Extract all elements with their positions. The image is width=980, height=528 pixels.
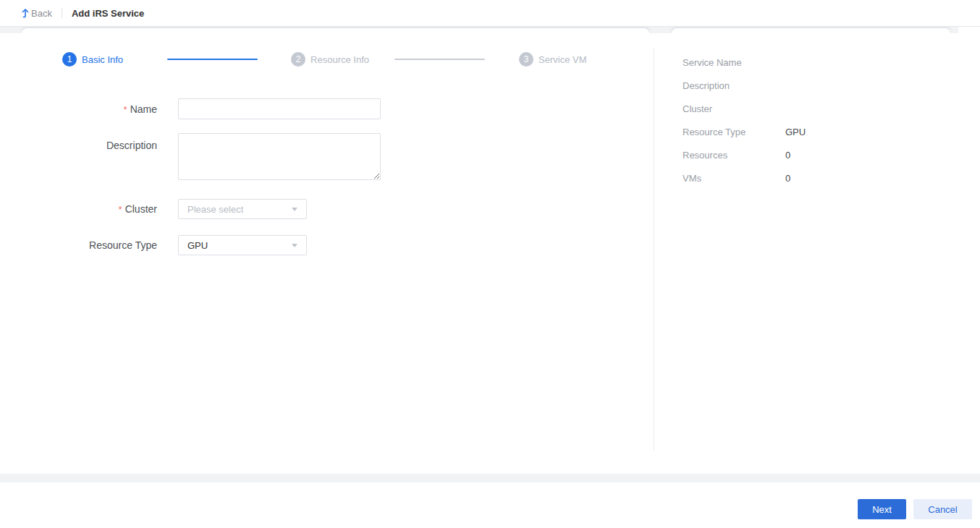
- step-2-label: Resource Info: [311, 54, 369, 65]
- content-divider: [654, 48, 654, 451]
- summary-row-service-name: Service Name: [683, 51, 806, 74]
- summary-label: Resources: [683, 150, 785, 161]
- summary-row-description: Description: [683, 74, 806, 97]
- top-band: [0, 27, 958, 33]
- chevron-down-icon: [292, 244, 297, 247]
- bottom-band: [0, 474, 980, 482]
- description-label: Description: [0, 133, 157, 151]
- top-bar: Back Add iRS Service: [0, 0, 980, 27]
- required-mark: *: [124, 104, 127, 115]
- cluster-label-text: Cluster: [125, 203, 157, 215]
- back-label: Back: [31, 8, 52, 19]
- main-content: 1 Basic Info 2 Resource Info 3 Service V…: [0, 33, 980, 474]
- footer-bar: Next Cancel: [0, 482, 980, 528]
- summary-row-resource-type: Resource Type GPU: [683, 120, 806, 143]
- back-button[interactable]: Back: [21, 8, 52, 19]
- cancel-button[interactable]: Cancel: [913, 499, 972, 519]
- wizard-steps: 1 Basic Info 2 Resource Info 3 Service V…: [62, 52, 587, 67]
- summary-value: 0: [785, 150, 790, 161]
- summary-value: GPU: [785, 127, 806, 137]
- summary-row-cluster: Cluster: [683, 97, 806, 120]
- summary-panel: Service Name Description Cluster Resourc…: [683, 51, 806, 190]
- summary-label: Service Name: [683, 57, 785, 68]
- cluster-select-placeholder: Please select: [187, 204, 243, 215]
- form-row-cluster: *Cluster Please select: [0, 199, 405, 219]
- step-resource-info: 2 Resource Info: [291, 52, 369, 67]
- description-textarea[interactable]: [178, 133, 381, 180]
- step-1-circle: 1: [62, 52, 77, 67]
- back-up-arrow-icon: [21, 8, 30, 18]
- name-input[interactable]: [178, 98, 381, 119]
- summary-value: 0: [785, 173, 790, 184]
- topbar-divider: [62, 8, 62, 18]
- step-3-label: Service VM: [538, 54, 586, 65]
- chevron-down-icon: [292, 208, 297, 211]
- footer-buttons: Next Cancel: [858, 499, 972, 519]
- step-connector-1: [167, 59, 258, 60]
- cluster-select[interactable]: Please select: [178, 199, 307, 219]
- summary-row-vms: VMs 0: [683, 166, 806, 190]
- summary-row-resources: Resources 0: [683, 143, 806, 166]
- step-service-vm: 3 Service VM: [519, 52, 586, 67]
- form-row-name: *Name: [0, 98, 405, 119]
- required-mark: *: [119, 204, 122, 215]
- step-3-circle: 3: [519, 52, 533, 67]
- summary-label: Cluster: [683, 103, 785, 114]
- name-label-text: Name: [130, 103, 157, 115]
- basic-info-form: *Name Description *Cluster Please select…: [0, 98, 405, 255]
- resource-type-select-value: GPU: [187, 240, 208, 251]
- page-title: Add iRS Service: [72, 8, 144, 19]
- cluster-label: *Cluster: [0, 203, 157, 215]
- step-2-circle: 2: [291, 52, 305, 67]
- name-label: *Name: [0, 103, 157, 115]
- resource-type-label: Resource Type: [0, 239, 157, 251]
- summary-label: VMs: [683, 173, 785, 184]
- step-basic-info: 1 Basic Info: [62, 52, 123, 67]
- step-connector-2: [394, 59, 485, 60]
- summary-label: Resource Type: [683, 127, 785, 137]
- resource-type-select[interactable]: GPU: [178, 235, 307, 255]
- form-row-description: Description: [0, 133, 405, 183]
- summary-label: Description: [683, 80, 785, 91]
- next-button[interactable]: Next: [858, 499, 906, 519]
- form-row-resource-type: Resource Type GPU: [0, 235, 405, 255]
- description-label-text: Description: [106, 140, 157, 151]
- step-1-label: Basic Info: [82, 54, 123, 65]
- resource-type-label-text: Resource Type: [89, 239, 157, 251]
